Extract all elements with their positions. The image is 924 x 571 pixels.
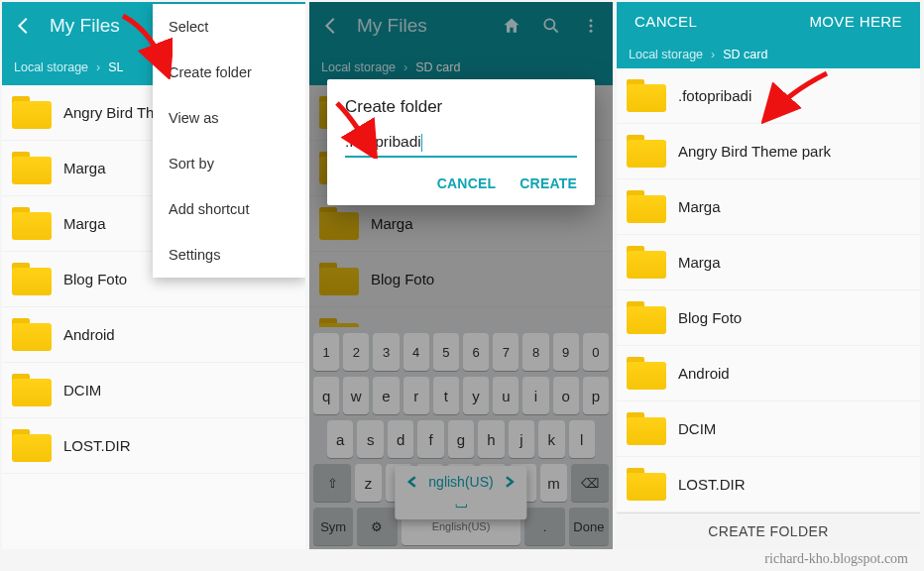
folder-name-input[interactable]: .fotopribadi [345,133,577,158]
folder-icon [627,79,666,113]
folder-icon [12,318,52,352]
folder-icon [12,207,52,241]
dialog-title: Create folder [345,97,577,117]
folder-label: Marga [678,198,721,215]
menu-view-as[interactable]: View as [153,95,305,141]
folder-icon [12,263,52,296]
list-item[interactable]: .fotopribadi [617,68,920,124]
list-item[interactable]: DCIM [617,401,920,457]
appbar-actions: CANCEL MOVE HERE [617,2,920,40]
folder-icon [627,412,666,446]
folder-label: DCIM [63,382,101,399]
crumb-root[interactable]: Local storage [629,48,703,61]
folder-label: Marga [63,160,106,176]
cancel-button[interactable]: CANCEL [635,13,697,30]
create-folder-button[interactable]: CREATE FOLDER [617,513,920,549]
screen-dialog: My Files Local storage › SD card Angry B… [309,2,613,549]
list-item[interactable]: DCIM [2,363,305,418]
chevron-right-icon: › [96,60,100,74]
menu-add-shortcut[interactable]: Add shortcut [153,186,305,232]
folder-icon [12,96,52,130]
list-item[interactable]: Marga [617,235,920,290]
menu-create-folder[interactable]: Create folder [153,50,305,95]
folder-label: .fotopribadi [678,87,751,104]
folder-label: LOST.DIR [63,437,131,454]
breadcrumb: Local storage › SD card [617,40,920,68]
list-item[interactable]: Android [2,307,305,363]
folder-icon [12,374,52,407]
folder-icon [627,190,666,224]
menu-sort-by[interactable]: Sort by [153,141,305,186]
menu-settings[interactable]: Settings [153,232,305,278]
list-item[interactable]: LOST.DIR [617,457,920,513]
folder-icon [627,468,666,502]
folder-label: Angry Bird Theme park [678,143,831,160]
crumb-leaf[interactable]: SD card [723,48,767,61]
folder-label: Android [678,365,730,382]
folder-label: DCIM [678,420,716,437]
list-item[interactable]: Angry Bird Theme park [617,124,920,179]
move-here-button[interactable]: MOVE HERE [809,13,902,30]
folder-label: Android [63,326,115,343]
screen-move: CANCEL MOVE HERE Local storage › SD card… [617,2,920,549]
folder-icon [627,135,666,169]
folder-label: Blog Foto [63,271,127,287]
folder-icon [12,429,52,463]
crumb-leaf-trunc[interactable]: SL [108,60,123,74]
screen-menu: My Files Local storage › SL Angry Bird T… [2,2,305,549]
back-icon[interactable] [12,14,36,38]
crumb-root[interactable]: Local storage [14,60,88,74]
folder-label: LOST.DIR [678,476,746,493]
create-folder-dialog: Create folder .fotopribadi CANCEL CREATE [327,79,595,205]
folder-icon [627,246,666,280]
dialog-create-button[interactable]: CREATE [520,175,577,191]
folder-icon [12,152,52,185]
list-item[interactable]: Android [617,346,920,401]
dialog-cancel-button[interactable]: CANCEL [437,175,497,191]
credit-text: richard-kho.blogspot.com [764,551,908,567]
chevron-right-icon: › [711,48,715,61]
folder-label: Marga [63,215,106,232]
menu-select[interactable]: Select [153,4,305,50]
folder-list: .fotopribadiAngry Bird Theme parkMargaMa… [617,68,920,513]
folder-label: Marga [678,254,721,271]
overflow-menu: Select Create folder View as Sort by Add… [153,4,305,278]
list-item[interactable]: Marga [617,179,920,235]
list-item[interactable]: LOST.DIR [2,418,305,474]
folder-icon [627,357,666,391]
list-item[interactable]: Blog Foto [617,290,920,346]
folder-icon [627,301,666,335]
folder-label: Blog Foto [678,309,742,326]
